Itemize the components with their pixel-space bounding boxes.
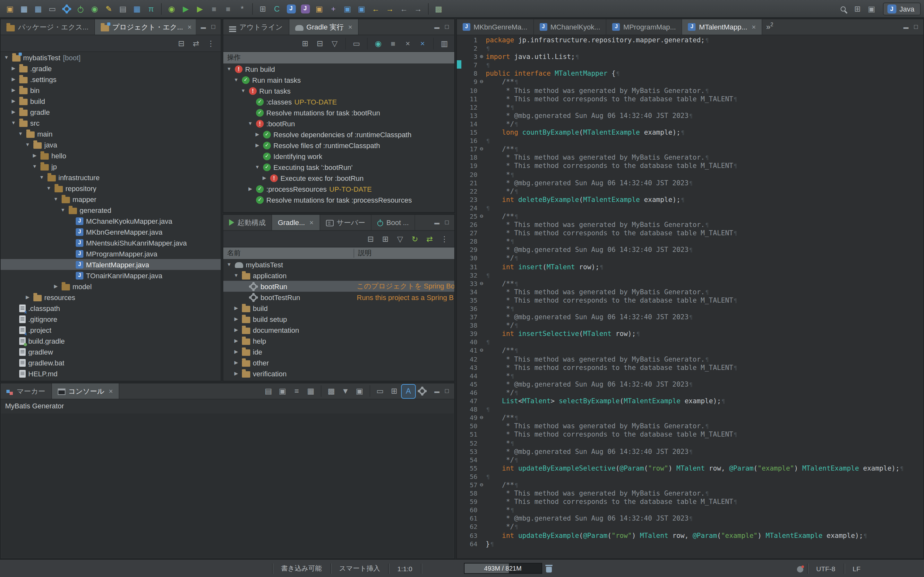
annotation-ruler[interactable]: [457, 35, 462, 559]
launch-item-verification[interactable]: ▶verification: [223, 368, 454, 379]
maximize-icon[interactable]: ☐: [445, 388, 449, 394]
collapsed-arrow-icon[interactable]: ▶: [247, 186, 254, 192]
last-edit-location-icon[interactable]: ←: [369, 2, 383, 15]
forward-icon[interactable]: →: [411, 2, 425, 15]
expanded-arrow-icon[interactable]: ▼: [247, 121, 254, 126]
collapsed-arrow-icon[interactable]: ▶: [31, 153, 38, 158]
tree-item-infrastructure[interactable]: ▼infrastructure: [1, 172, 221, 183]
debug-icon[interactable]: ◉: [165, 2, 178, 15]
tree-item-mchanelkyokumapper-java[interactable]: MChanelKyokuMapper.java: [1, 215, 221, 226]
save-output-icon[interactable]: ▦: [304, 384, 318, 398]
expanded-arrow-icon[interactable]: ▼: [53, 196, 59, 202]
console-settings-gear-icon[interactable]: [416, 384, 429, 398]
collapsed-arrow-icon[interactable]: ▶: [254, 142, 260, 148]
tree-item-execute-exec-for-bootrun[interactable]: ▶Execute exec for :bootRun: [223, 172, 454, 183]
collapsed-arrow-icon[interactable]: ▶: [261, 175, 268, 181]
tab-launch-configs[interactable]: 起動構成: [223, 215, 272, 230]
lock-console-icon[interactable]: ▣: [276, 384, 289, 398]
expanded-arrow-icon[interactable]: ▼: [254, 164, 260, 170]
launch-item-bootrun[interactable]: bootRunこのプロジェクトを Spring Boot: [223, 281, 454, 292]
collapsed-arrow-icon[interactable]: ▶: [53, 284, 59, 289]
table-icon[interactable]: ▦: [130, 2, 144, 15]
tree-item-gradlew-bat[interactable]: gradlew.bat: [1, 357, 221, 368]
close-icon[interactable]: ×: [752, 23, 756, 31]
collapsed-arrow-icon[interactable]: ▶: [233, 327, 239, 333]
new-java-project-icon[interactable]: ⊞: [256, 2, 270, 15]
ansi-console-icon[interactable]: A: [402, 384, 415, 398]
tree-item-tonairkanrimapper-java[interactable]: TOnairKanriMapper.java: [1, 270, 221, 281]
open-console-dropdown-icon[interactable]: ⊞: [388, 384, 401, 398]
tab-package-explorer[interactable]: パッケージ・エクス...: [1, 19, 95, 35]
expanded-arrow-icon[interactable]: ▼: [31, 163, 38, 169]
tree-item-run-main-tasks[interactable]: ▼Run main tasks: [223, 74, 454, 85]
tree-item-build[interactable]: ▶build: [1, 95, 221, 106]
tree-item-mkbngenremapper-java[interactable]: MKbnGenreMapper.java: [1, 226, 221, 237]
tree-item-model[interactable]: ▶model: [1, 281, 221, 292]
preferences-gear-icon[interactable]: [60, 2, 73, 15]
tab-boot-dashboard[interactable]: Boot ...: [372, 215, 415, 230]
profile-icon[interactable]: ▶: [193, 2, 207, 15]
tree-item-resources[interactable]: ▶resources: [1, 292, 221, 303]
tree-item-settings[interactable]: ▶.settings: [1, 74, 221, 85]
stop-build-icon[interactable]: ■: [386, 37, 400, 50]
close-icon[interactable]: ×: [309, 219, 313, 226]
expanded-arrow-icon[interactable]: ▼: [233, 272, 239, 278]
open-type-icon[interactable]: ▣: [341, 2, 354, 15]
tree-item-executing-task-bootrun[interactable]: ▼Executing task ':bootRun': [223, 161, 454, 172]
expanded-arrow-icon[interactable]: ▼: [233, 77, 239, 83]
expanded-arrow-icon[interactable]: ▼: [10, 120, 17, 126]
tree-item-src[interactable]: ▼src: [1, 117, 221, 128]
refresh-tasks-icon[interactable]: ↻: [408, 232, 422, 245]
tree-item-bootrun[interactable]: ▼:bootRun: [223, 118, 454, 129]
tab-editor-mtalent[interactable]: MTalentMapp...×: [682, 19, 762, 35]
pin-console-icon[interactable]: ▣: [353, 384, 367, 398]
tree-item-gradle[interactable]: ▶.gradle: [1, 63, 221, 74]
tab-console[interactable]: コンソール×: [52, 384, 120, 399]
launch-item-documentation[interactable]: ▶documentation: [223, 324, 454, 335]
maximize-icon[interactable]: ☐: [211, 24, 216, 30]
expand-all-icon[interactable]: ⊞: [298, 37, 312, 50]
collapsed-arrow-icon[interactable]: ▶: [233, 316, 239, 322]
fold-minus-icon[interactable]: ⊖: [477, 414, 486, 422]
perspective-java-button[interactable]: J Java: [883, 2, 921, 15]
tree-item-bin[interactable]: ▶bin: [1, 85, 221, 95]
maximize-icon[interactable]: ☐: [445, 24, 449, 30]
external-tools-icon[interactable]: *: [236, 2, 249, 15]
rerun-build-icon[interactable]: ◉: [372, 37, 385, 50]
pi-icon[interactable]: π: [144, 2, 158, 15]
remove-icon[interactable]: ×: [401, 37, 415, 50]
tree-item-mtalentmapper-java[interactable]: MTalentMapper.java: [1, 259, 221, 270]
tree-item-resolve-mutations-for-task-processresources[interactable]: Resolve mutations for task :processResou…: [223, 194, 454, 205]
refresh-icon[interactable]: C: [270, 2, 284, 15]
remove-all-icon[interactable]: ×: [416, 37, 429, 50]
collapsed-arrow-icon[interactable]: ▶: [254, 131, 260, 137]
tree-item-classes[interactable]: :classes UP-TO-DATE: [223, 96, 454, 107]
filter-icon[interactable]: ▽: [393, 232, 407, 245]
minimize-icon[interactable]: ▬: [201, 24, 206, 30]
collapsed-arrow-icon[interactable]: ▶: [10, 98, 17, 104]
launch-item-build[interactable]: ▶build: [223, 303, 454, 314]
tree-item-gradle[interactable]: ▶gradle: [1, 106, 221, 117]
new-class-icon[interactable]: J: [284, 2, 298, 15]
run-garbage-collector-button[interactable]: [542, 562, 556, 575]
tree-item-run-build[interactable]: ▼Run build: [223, 63, 454, 74]
tree-item-mybatistest[interactable]: ▼mybatisTest [boot]: [1, 52, 221, 63]
fold-minus-icon[interactable]: ⊖: [477, 279, 486, 287]
tab-servers[interactable]: サーバー: [320, 215, 372, 230]
launch-item-boottestrun[interactable]: bootTestRunRuns this project as a Spring…: [223, 292, 454, 303]
tab-editor-mchanelkyoku[interactable]: MChanelKyok...: [534, 19, 607, 35]
tab-gradle-tasks[interactable]: Gradle...×: [272, 215, 320, 230]
next-edit-location-icon[interactable]: →: [383, 2, 397, 15]
tree-item-classpath[interactable]: .classpath: [1, 303, 221, 314]
tree-item-java[interactable]: ▼java: [1, 139, 221, 150]
fold-minus-icon[interactable]: ⊖: [477, 481, 486, 489]
minimize-icon[interactable]: ▬: [435, 24, 439, 30]
open-console-icon[interactable]: ▭: [45, 2, 59, 15]
collapsed-arrow-icon[interactable]: ▶: [10, 65, 17, 71]
columns-icon[interactable]: ▥: [438, 37, 451, 50]
expanded-arrow-icon[interactable]: ▼: [3, 55, 10, 60]
fold-minus-icon[interactable]: ⊖: [477, 347, 486, 355]
filter-icon[interactable]: ▽: [328, 37, 341, 50]
link-with-editor-icon[interactable]: ⇄: [189, 37, 203, 50]
launch-item-help[interactable]: ▶help: [223, 335, 454, 346]
